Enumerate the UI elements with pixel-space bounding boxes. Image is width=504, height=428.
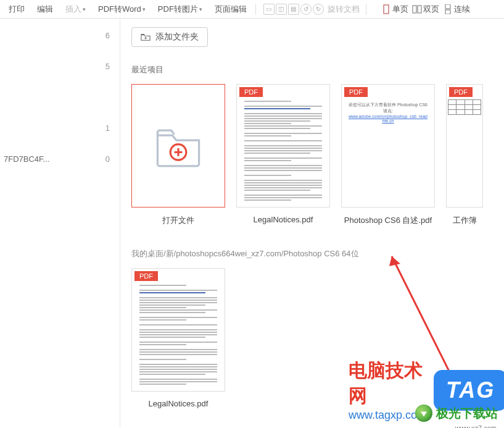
svg-rect-2	[418, 6, 421, 13]
rotate-left-icon[interactable]: ↺	[300, 4, 312, 15]
pdf-badge: PDF	[449, 87, 473, 97]
rotate-doc-label: 旋转文档	[328, 4, 360, 15]
toolbar-page-edit[interactable]: 页面编辑	[209, 4, 253, 15]
toolbar-pdf-to-word[interactable]: PDF转Word	[92, 4, 152, 15]
view-double[interactable]: 双页	[412, 4, 439, 15]
download-site-name: 极光下载站	[436, 405, 498, 422]
svg-rect-4	[445, 10, 450, 14]
pdf-badge: PDF	[134, 271, 158, 281]
sidebar-item[interactable]: 1	[0, 112, 120, 143]
add-folder-label: 添加文件夹	[155, 31, 199, 43]
tool-icon-3[interactable]: ▤	[288, 4, 299, 15]
download-icon	[415, 405, 432, 422]
toolbar-print[interactable]: 打印	[2, 4, 31, 15]
toolbar-edit[interactable]: 编辑	[31, 4, 59, 15]
view-continuous-label: 连续	[454, 4, 470, 15]
file-label: Photoshop CS6 自述.pdf	[341, 215, 435, 226]
file-tile-legalnotices[interactable]: PDF LegalNotices.p	[236, 84, 330, 226]
single-page-icon	[381, 4, 391, 14]
view-single[interactable]: 单页	[381, 4, 408, 15]
watermark-title: 电脑技术网	[349, 358, 426, 409]
pdf-badge: PDF	[239, 87, 263, 97]
view-continuous[interactable]: 连续	[443, 4, 470, 15]
open-file-icon	[154, 124, 203, 168]
tool-icon-2[interactable]: ◫	[276, 4, 287, 15]
file-tile-workbook[interactable]: PDF 工作簿	[446, 84, 483, 226]
separator	[255, 4, 256, 15]
download-site-url: www.xz7.com	[455, 424, 497, 428]
folder-path: 我的桌面/新/photoshopcs664wei_xz7.com/Photosh…	[131, 248, 504, 259]
file-label: 工作簿	[446, 215, 483, 226]
view-single-label: 单页	[392, 4, 408, 15]
toolbar-icon-group: ▭ ◫ ▤ ↺ ↻	[263, 4, 324, 15]
svg-rect-1	[413, 6, 416, 13]
doc-preview	[132, 269, 225, 392]
folder-plus-icon	[141, 33, 151, 41]
open-file-tile[interactable]: 打开文件	[131, 84, 225, 226]
open-file-label: 打开文件	[131, 215, 225, 226]
sidebar-item[interactable]: 6	[0, 20, 120, 51]
file-label: LegalNotices.pdf	[236, 215, 330, 224]
recent-section-title: 最近项目	[131, 64, 504, 75]
file-tile-legalnotices-2[interactable]: PDF LegalNotices.p	[131, 268, 225, 408]
continuous-icon	[443, 4, 453, 14]
add-folder-button[interactable]: 添加文件夹	[131, 27, 208, 47]
pdf-badge: PDF	[344, 87, 368, 97]
double-page-icon	[412, 4, 422, 14]
separator	[366, 4, 366, 15]
view-double-label: 双页	[423, 4, 439, 15]
download-site-watermark: 极光下载站	[415, 405, 498, 422]
doc-preview	[237, 85, 329, 208]
svg-rect-0	[384, 5, 389, 14]
svg-rect-3	[445, 4, 450, 9]
sidebar-item[interactable]	[0, 82, 120, 112]
file-label: LegalNotices.pdf	[131, 399, 225, 408]
toolbar-pdf-to-image[interactable]: PDF转图片	[152, 4, 209, 15]
rotate-right-icon[interactable]: ↻	[313, 4, 324, 15]
sidebar-item[interactable]: 5	[0, 51, 120, 82]
file-tile-photoshop[interactable]: PDF 若您可以从下方查看软件 Photoshop CS6 请点: www.ad…	[341, 84, 435, 226]
sidebar-item[interactable]: 7FD7BC4F...0	[0, 143, 120, 174]
tool-icon-1[interactable]: ▭	[263, 4, 275, 15]
sidebar: 6 5 1 7FD7BC4F...0	[0, 19, 120, 428]
toolbar-insert: 插入	[59, 4, 92, 15]
